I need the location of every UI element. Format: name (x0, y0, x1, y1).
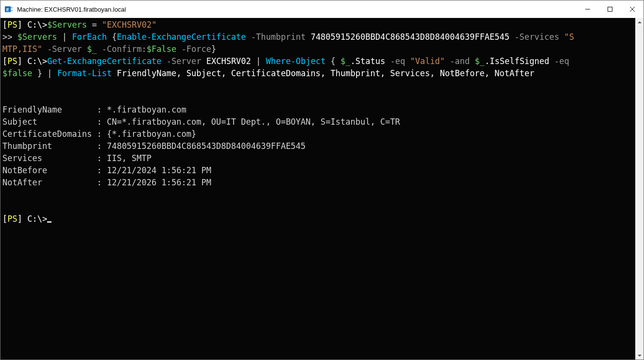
window-controls (576, 0, 644, 18)
terminal-output[interactable]: [PS] C:\>$Servers = "EXCHSRV02" >> $Serv… (0, 18, 635, 360)
output-certdomains: CertificateDomains : {*.firatboyan.com} (2, 129, 196, 139)
client-area: [PS] C:\>$Servers = "EXCHSRV02" >> $Serv… (0, 18, 644, 360)
close-button[interactable] (621, 0, 644, 18)
maximize-button[interactable] (599, 0, 621, 18)
title-bar[interactable]: E Machine: EXCHSRV01.firatboyan.local (0, 0, 644, 18)
output-services: Services : IIS, SMTP (2, 153, 152, 163)
window-frame: E Machine: EXCHSRV01.firatboyan.local [P… (0, 0, 644, 360)
line-2: >> $Servers | ForEach {Enable-ExchangeCe… (2, 32, 574, 42)
line-5: $false } | Format-List FriendlyName, Sub… (2, 68, 534, 78)
line-4: [PS] C:\>Get-ExchangeCertificate -Server… (2, 56, 574, 66)
line-3: MTP,IIS" -Server $_ -Confirm:$False -For… (2, 44, 216, 54)
svg-rect-3 (608, 7, 612, 12)
cursor (47, 221, 51, 223)
minimize-button[interactable] (576, 0, 599, 18)
vertical-scrollbar[interactable] (635, 18, 644, 360)
output-subject: Subject : CN=*.firatboyan.com, OU=IT Dep… (2, 117, 400, 127)
scroll-down-button[interactable] (635, 351, 644, 360)
output-notafter: NotAfter : 12/21/2026 1:56:21 PM (2, 178, 211, 187)
output-thumbprint: Thumbprint : 74805915260BBD4C868543D8D84… (2, 141, 305, 151)
window-title: Machine: EXCHSRV01.firatboyan.local (17, 6, 126, 13)
line-1: [PS] C:\>$Servers = "EXCHSRV02" (2, 20, 156, 30)
prompt-line: [PS] C:\> (2, 214, 51, 224)
exchange-app-icon: E (4, 5, 13, 14)
output-friendlyname: FriendlyName : *.firatboyan.com (2, 105, 186, 115)
scroll-up-button[interactable] (635, 18, 644, 26)
output-notbefore: NotBefore : 12/21/2024 1:56:21 PM (2, 165, 211, 175)
svg-text:E: E (6, 7, 9, 12)
